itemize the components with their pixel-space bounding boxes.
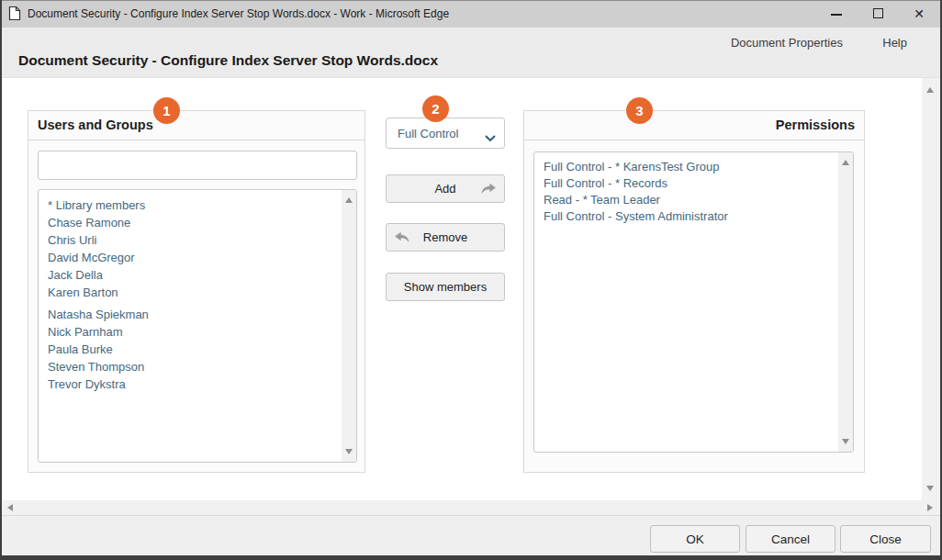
remove-button[interactable]: Remove (386, 223, 505, 252)
scroll-right-icon[interactable] (927, 504, 933, 511)
users-panel-title: Users and Groups (28, 111, 364, 140)
permission-level-select[interactable]: Full Control (386, 118, 505, 149)
step-badge-1: 1 (153, 97, 180, 124)
users-and-groups-panel: Users and Groups * Library members Chase… (28, 110, 365, 473)
ok-button[interactable]: OK (650, 525, 740, 553)
minimize-icon (831, 14, 842, 16)
step-badge-3: 3 (626, 97, 653, 124)
arrow-forward-icon (480, 183, 497, 198)
permission-level-select-wrap: Full Control (386, 118, 505, 149)
step-badge-2: 2 (422, 95, 449, 122)
add-button[interactable]: Add (386, 174, 505, 203)
permissions-listbox[interactable]: Full Control - * KarensTest Group Full C… (533, 151, 854, 453)
scroll-down-icon[interactable] (926, 486, 934, 491)
permission-item[interactable]: Read - * Team Leader (534, 192, 838, 208)
users-listbox[interactable]: * Library members Chase Ramone Chris Url… (38, 189, 357, 463)
cancel-button[interactable]: Cancel (746, 525, 835, 553)
window-title: Document Security - Configure Index Serv… (28, 0, 449, 28)
page-header: Document Properties Help Document Securi… (2, 28, 940, 78)
list-item[interactable]: Chris Urli (39, 231, 342, 249)
permissions-panel-title: Permissions (524, 111, 864, 140)
browser-window: Document Security - Configure Index Serv… (0, 0, 942, 560)
show-members-button-label: Show members (387, 274, 504, 300)
list-item[interactable]: Nick Parnham (39, 323, 342, 341)
list-item[interactable]: Paula Burke (39, 341, 342, 358)
list-item[interactable]: * Library members (39, 196, 342, 214)
close-icon: ✕ (914, 6, 925, 21)
scroll-down-icon[interactable] (345, 449, 353, 454)
window-border-top (0, 0, 942, 1)
document-properties-link[interactable]: Document Properties (731, 36, 843, 50)
users-list-scrollbar[interactable] (342, 190, 356, 462)
footer-bar: OK Cancel Close (2, 515, 940, 555)
page-title: Document Security - Configure Index Serv… (18, 52, 438, 69)
maximize-icon (873, 8, 883, 18)
window-border-left (0, 0, 2, 560)
minimize-button[interactable] (815, 0, 858, 28)
close-button[interactable]: Close (840, 525, 931, 553)
scroll-up-icon[interactable] (345, 197, 353, 203)
scroll-up-icon[interactable] (926, 87, 934, 93)
list-item[interactable]: Chase Ramone (39, 214, 342, 231)
close-window-button[interactable]: ✕ (898, 0, 940, 28)
permission-item[interactable]: Full Control - * Records (534, 175, 838, 192)
permission-item[interactable]: Full Control - * KarensTest Group (534, 159, 838, 175)
title-bar[interactable]: Document Security - Configure Index Serv… (0, 0, 942, 28)
permissions-list-scrollbar[interactable] (838, 152, 853, 452)
scroll-left-icon[interactable] (7, 504, 13, 511)
permissions-panel: Permissions Full Control - * KarensTest … (523, 110, 865, 473)
help-link[interactable]: Help (882, 36, 907, 50)
list-item[interactable]: Steven Thompson (39, 358, 342, 375)
list-item[interactable]: Karen Barton (39, 284, 342, 301)
scroll-down-icon[interactable] (842, 439, 849, 444)
maximize-button[interactable] (858, 0, 900, 28)
list-item[interactable]: Trevor Dykstra (39, 375, 342, 393)
window-border-bottom (0, 555, 942, 560)
page-horizontal-scrollbar[interactable] (2, 500, 940, 515)
list-item[interactable]: David McGregor (39, 249, 342, 266)
document-icon (8, 6, 21, 25)
show-members-button[interactable]: Show members (386, 273, 505, 301)
scroll-up-icon[interactable] (842, 160, 849, 165)
list-item[interactable]: Natasha Spiekman (39, 306, 342, 323)
list-item[interactable]: Jack Della (39, 266, 342, 284)
page-vertical-scrollbar[interactable] (922, 78, 940, 500)
arrow-back-icon (394, 231, 410, 247)
permission-item[interactable]: Full Control - System Administrator (534, 208, 838, 225)
user-search-input[interactable] (38, 151, 357, 180)
